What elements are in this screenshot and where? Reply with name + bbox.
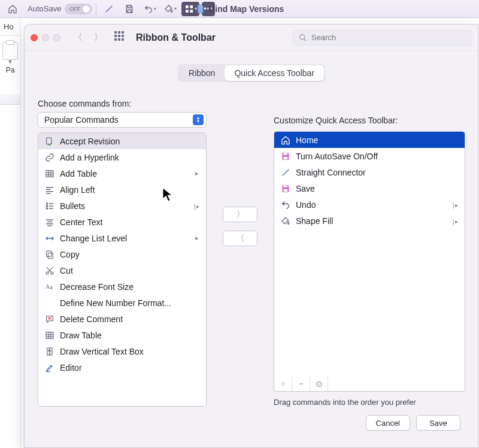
command-item[interactable]: Save <box>274 180 465 196</box>
pref-tabs: Ribbon Quick Access Toolbar <box>178 64 325 82</box>
command-item[interactable]: Undo <box>274 196 465 213</box>
command-item[interactable]: Add a Hyperlink <box>38 149 206 165</box>
save-button[interactable]: Save <box>416 415 460 431</box>
home-icon <box>280 135 291 146</box>
autosave-label: AutoSave <box>28 4 61 13</box>
command-label: Align Left <box>60 185 95 195</box>
list-options-button[interactable]: ⊙ <box>310 376 328 391</box>
window-controls <box>31 34 60 41</box>
choose-commands-label: Choose commands from: <box>38 99 207 108</box>
chevron-updown-icon: ▲▼ <box>193 114 204 125</box>
svg-point-19 <box>46 208 47 209</box>
command-item[interactable]: Delete Comment <box>38 311 206 327</box>
command-item[interactable]: Cut <box>38 262 206 279</box>
command-item[interactable]: Editor <box>38 359 206 376</box>
autosave-toggle[interactable]: OFF <box>65 4 92 14</box>
svg-rect-1 <box>186 5 189 8</box>
autosave-state: OFF <box>69 6 80 12</box>
svg-rect-28 <box>47 251 51 256</box>
commands-source-dropdown[interactable]: Popular Commands ▲▼ <box>38 112 207 128</box>
command-item[interactable]: Add Table <box>38 165 206 181</box>
svg-point-5 <box>300 34 305 39</box>
command-label: Turn AutoSave On/Off <box>296 152 378 161</box>
ribbon-tab-fragment: Ho <box>0 18 20 36</box>
close-window-button[interactable] <box>31 34 38 41</box>
show-all-icon[interactable] <box>114 31 128 44</box>
command-item[interactable]: Draw Table <box>38 327 206 343</box>
nav-back-button[interactable]: 〈 <box>70 30 86 46</box>
fill-icon <box>280 216 291 226</box>
command-label: Home <box>296 135 318 145</box>
qat-list-tools: ＋ － ⊙ <box>274 376 465 392</box>
undo-icon[interactable]: ▾ <box>141 2 159 16</box>
svg-rect-36 <box>46 332 53 338</box>
customize-qat-label: Customize Quick Access Toolbar: <box>274 116 465 125</box>
center-icon <box>44 217 55 228</box>
command-item[interactable]: Shape Fill <box>274 213 465 229</box>
svg-text:A: A <box>48 349 51 352</box>
save-icon[interactable] <box>120 2 138 16</box>
line-tool-icon[interactable] <box>100 2 118 16</box>
zoom-window-button[interactable] <box>53 34 60 41</box>
svg-rect-48 <box>284 189 288 192</box>
command-item[interactable]: Define New Number Format... <box>38 295 206 311</box>
command-item[interactable]: Copy <box>38 246 206 262</box>
remove-command-button[interactable]: 〈 <box>223 231 257 246</box>
command-item[interactable]: Bullets <box>38 198 206 214</box>
nav-forward-button[interactable]: 〉 <box>90 30 106 46</box>
svg-rect-44 <box>284 153 287 155</box>
available-commands-list[interactable]: Accept RevisionAdd a HyperlinkAdd TableA… <box>38 132 207 407</box>
add-command-button[interactable]: 〉 <box>223 207 257 222</box>
svg-point-17 <box>46 203 47 204</box>
svg-point-18 <box>46 205 47 207</box>
command-label: Bullets <box>60 201 85 211</box>
command-label: Change List Level <box>60 234 127 243</box>
command-label: Copy <box>60 250 80 259</box>
minimize-window-button[interactable] <box>42 34 49 41</box>
submenu-indicator-icon <box>192 202 200 210</box>
grid-view-icon[interactable]: ▾ <box>181 2 199 16</box>
command-item[interactable]: Accept Revision <box>38 133 206 149</box>
command-label: Shape Fill <box>296 216 333 226</box>
command-item[interactable]: Change List Level <box>38 230 206 246</box>
qat-commands-list[interactable]: HomeTurn AutoSave On/OffStraight Connect… <box>274 131 465 379</box>
command-item[interactable]: Turn AutoSave On/Off <box>274 148 465 164</box>
delcom-icon <box>44 314 55 325</box>
svg-rect-47 <box>284 185 287 187</box>
home-icon[interactable] <box>4 2 22 16</box>
command-label: Draw Table <box>60 331 102 340</box>
svg-line-0 <box>106 5 113 12</box>
submenu-indicator-icon <box>195 169 200 177</box>
command-label: Editor <box>60 363 82 373</box>
tab-ribbon[interactable]: Ribbon <box>179 65 225 81</box>
fill-icon[interactable]: ▾ <box>161 2 179 16</box>
command-item[interactable]: Center Text <box>38 214 206 230</box>
savepink-icon <box>280 151 291 162</box>
cancel-button[interactable]: Cancel <box>366 415 410 431</box>
search-input[interactable] <box>311 33 467 42</box>
cut-icon <box>44 265 55 276</box>
command-item[interactable]: ADecrease Font Size <box>38 279 206 295</box>
command-item[interactable]: Align Left <box>38 181 206 198</box>
chrome-left: AutoSave OFF ▾ ▾ ▾ ••• <box>4 2 215 16</box>
command-label: Delete Comment <box>60 314 123 324</box>
pref-search[interactable] <box>293 30 472 46</box>
command-item[interactable]: Straight Connector <box>274 164 465 180</box>
pref-title: Ribbon & Toolbar <box>136 32 216 43</box>
command-label: Add Table <box>60 169 97 178</box>
command-label: Draw Vertical Text Box <box>60 347 144 356</box>
tab-quick-access-toolbar[interactable]: Quick Access Toolbar <box>225 65 324 81</box>
pref-titlebar: 〈 〉 Ribbon & Toolbar <box>25 25 478 51</box>
command-item[interactable]: Home <box>274 132 465 148</box>
remove-item-button[interactable]: － <box>292 376 310 391</box>
more-icon[interactable]: ••• <box>202 2 215 16</box>
add-separator-button[interactable]: ＋ <box>274 376 292 391</box>
command-label: Add a Hyperlink <box>60 153 119 162</box>
command-label: Decrease Font Size <box>60 282 134 292</box>
svg-rect-7 <box>47 138 51 144</box>
bullets-icon <box>44 201 55 211</box>
svg-rect-2 <box>190 5 193 8</box>
drawtbl-icon <box>44 330 55 341</box>
command-label: Center Text <box>60 217 102 227</box>
command-item[interactable]: ADraw Vertical Text Box <box>38 343 206 359</box>
